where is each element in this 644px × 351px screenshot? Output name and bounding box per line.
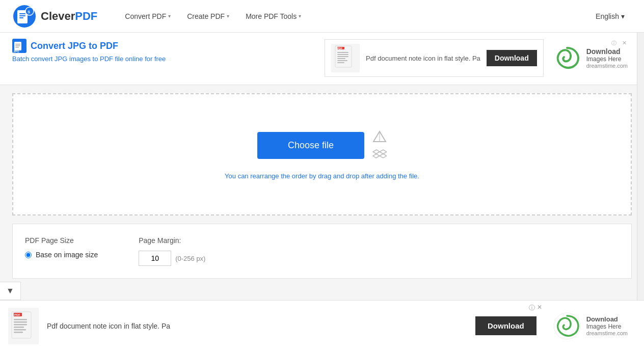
- svg-rect-2: [19, 13, 25, 14]
- logo-icon: JPG S: [12, 4, 37, 29]
- chevron-down-icon: ▾: [227, 13, 229, 19]
- margin-input[interactable]: [139, 251, 171, 266]
- page-margin-group: Page Margin: (0-256 px): [139, 236, 205, 266]
- ad-info-icon: ⓘ: [611, 40, 616, 47]
- dropbox-icon[interactable]: [372, 148, 387, 162]
- ad-side-text: Download Images Here dreamstime.com: [586, 47, 628, 69]
- language-selector[interactable]: English ▾: [588, 8, 632, 24]
- page-title-area: JPG Convert JPG to PDF Batch convert JPG…: [0, 33, 644, 85]
- ad-pdf-icon: PDF: [331, 44, 360, 72]
- svg-rect-17: [337, 52, 348, 53]
- choose-file-button[interactable]: Choose file: [257, 132, 364, 159]
- nav-create-pdf[interactable]: Create PDF ▾: [180, 8, 236, 24]
- page-title-text: Convert JPG to PDF: [31, 41, 118, 51]
- chevron-down-icon: ▾: [621, 12, 625, 20]
- upload-section: Choose file You can rearrange the order …: [12, 93, 632, 215]
- ad-side: Download Images Here dreamstime.com: [548, 39, 632, 77]
- chevron-down-icon: ▾: [168, 13, 171, 19]
- scrollbar-track[interactable]: [637, 0, 644, 295]
- upload-row: Choose file: [257, 129, 387, 162]
- svg-rect-12: [15, 47, 19, 48]
- options-section: PDF Page Size Base on image size Page Ma…: [12, 224, 632, 279]
- pdf-page-size-group: PDF Page Size Base on image size: [25, 236, 98, 259]
- svg-rect-10: [15, 44, 20, 45]
- page-margin-label: Page Margin:: [139, 236, 205, 245]
- svg-marker-28: [380, 150, 387, 158]
- svg-rect-19: [337, 56, 348, 57]
- options-grid: PDF Page Size Base on image size Page Ma…: [25, 236, 619, 266]
- language-label: English: [596, 12, 619, 20]
- svg-rect-18: [337, 54, 348, 55]
- margin-hint: (0-256 px): [175, 255, 205, 262]
- svg-text:JPG: JPG: [13, 50, 19, 53]
- nav-convert-pdf[interactable]: Convert PDF ▾: [118, 8, 178, 24]
- collapse-button[interactable]: ▼: [0, 282, 21, 295]
- svg-rect-11: [15, 45, 20, 46]
- svg-text:PDF: PDF: [337, 47, 342, 50]
- page-title-left: JPG Convert JPG to PDF Batch convert JPG…: [12, 39, 166, 63]
- chevron-down-icon: ▾: [299, 13, 301, 19]
- main-nav: Convert PDF ▾ Create PDF ▾ More PDF Tool…: [118, 8, 588, 24]
- ad-description: Pdf document note icon in flat style. Pa: [366, 55, 480, 62]
- upload-icons: [372, 129, 387, 162]
- svg-text:S: S: [28, 10, 31, 14]
- svg-rect-3: [19, 15, 25, 16]
- google-drive-icon[interactable]: [372, 129, 387, 144]
- base-on-image-option[interactable]: Base on image size: [25, 251, 98, 259]
- ad-download-button[interactable]: Download: [487, 50, 537, 66]
- ad-close-icon[interactable]: ✕: [622, 40, 627, 46]
- svg-rect-20: [337, 58, 345, 59]
- logo-text: CleverPDF: [41, 10, 97, 23]
- svg-text:JPG: JPG: [17, 19, 25, 23]
- jpg-to-pdf-icon: JPG: [12, 39, 26, 53]
- nav-more-tools[interactable]: More PDF Tools ▾: [238, 8, 308, 24]
- ad-banner-top: PDF Pdf document note icon in flat style…: [325, 39, 544, 77]
- svg-rect-4: [19, 17, 23, 18]
- svg-rect-21: [337, 60, 347, 61]
- logo[interactable]: JPG S CleverPDF: [12, 4, 97, 29]
- pdf-page-size-label: PDF Page Size: [25, 236, 98, 245]
- svg-marker-27: [373, 150, 380, 158]
- upload-hint: You can rearrange the order by drag and …: [225, 172, 419, 180]
- page-title: JPG Convert JPG to PDF: [12, 39, 166, 53]
- base-on-image-radio[interactable]: [25, 252, 32, 258]
- margin-input-group: (0-256 px): [139, 251, 205, 266]
- page-subtitle: Batch convert JPG images to PDF file onl…: [12, 55, 166, 63]
- svg-rect-22: [337, 62, 344, 63]
- header: JPG S CleverPDF Convert PDF ▾ Create PDF…: [0, 0, 644, 33]
- ad-spiral-icon: [552, 43, 582, 73]
- main-content: Choose file You can rearrange the order …: [0, 93, 644, 295]
- top-ad-banner: PDF Pdf document note icon in flat style…: [325, 39, 632, 77]
